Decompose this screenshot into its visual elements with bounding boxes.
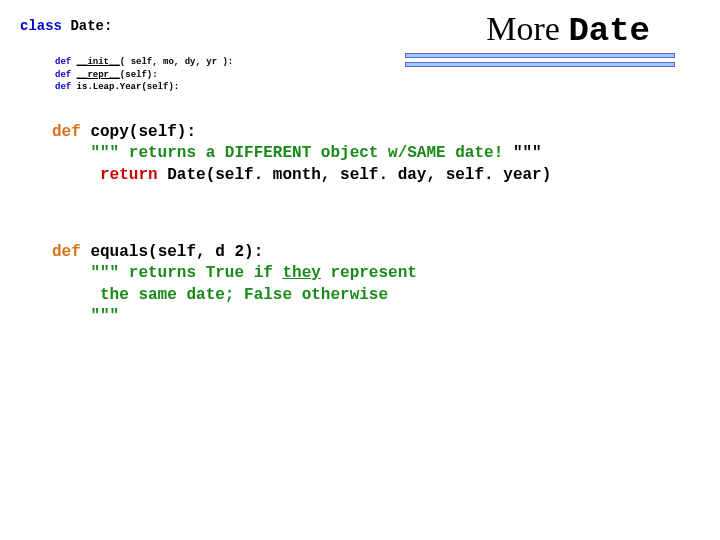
kw-return: return [90, 166, 167, 184]
keyword-class: class [20, 18, 62, 34]
underline-bar-1 [405, 53, 675, 58]
title-mono: Date [568, 12, 650, 50]
copy-doc-close: """ [513, 144, 542, 162]
kw-def: def [55, 70, 77, 80]
equals-doc-line3: """ [52, 306, 720, 328]
copy-return: return Date(self. month, self. day, self… [52, 165, 720, 187]
copy-docstring: """ returns a DIFFERENT object w/SAME da… [52, 143, 720, 165]
equals-doc1b: represent [321, 264, 417, 282]
kw-def: def [52, 243, 81, 261]
title-underline [405, 53, 675, 58]
small-def-leapyear: def is.Leap.Year(self): [55, 81, 700, 94]
main-code-block: def copy(self): """ returns a DIFFERENT … [52, 122, 720, 328]
underline-bar-2 [405, 62, 675, 67]
repr-name: __repr__ [77, 70, 120, 80]
kw-def: def [55, 57, 77, 67]
copy-method: def copy(self): """ returns a DIFFERENT … [52, 122, 720, 187]
equals-doc-they: they [282, 264, 320, 282]
kw-def: def [52, 123, 81, 141]
equals-doc-line1: """ returns True if they represent [52, 263, 720, 285]
repr-args: (self): [120, 70, 158, 80]
small-def-repr: def __repr__(self): [55, 69, 700, 82]
equals-method: def equals(self, d 2): """ returns True … [52, 242, 720, 328]
equals-doc3: """ [90, 307, 119, 325]
header-area: class Date: More Date def __init__( self… [0, 0, 720, 94]
equals-doc-line2: the same date; False otherwise [52, 285, 720, 307]
equals-signature: def equals(self, d 2): [52, 242, 720, 264]
slide-title: More Date [486, 10, 650, 50]
equals-doc2: the same date; False otherwise [90, 286, 388, 304]
init-args: ( self, mo, dy, yr ): [120, 57, 233, 67]
return-expr: Date(self. month, self. day, self. year) [167, 166, 551, 184]
copy-doc-text: """ returns a DIFFERENT object w/SAME da… [90, 144, 512, 162]
equals-doc1a: """ returns True if [90, 264, 282, 282]
equals-sig: equals(self, d 2): [81, 243, 263, 261]
copy-sig: copy(self): [81, 123, 196, 141]
class-name: Date: [62, 18, 112, 34]
init-name: __init__ [77, 57, 120, 67]
copy-signature: def copy(self): [52, 122, 720, 144]
kw-def: def [55, 82, 77, 92]
leapyear-rest: is.Leap.Year(self): [77, 82, 180, 92]
title-prefix: More [486, 10, 568, 47]
